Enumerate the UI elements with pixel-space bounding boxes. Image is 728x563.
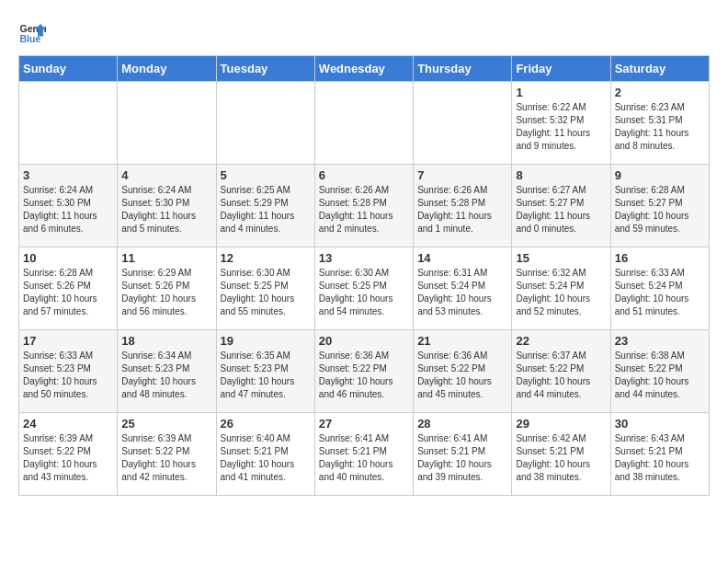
cell-details: Sunrise: 6:32 AM Sunset: 5:24 PM Dayligh… [516,267,606,318]
cell-details: Sunrise: 6:42 AM Sunset: 5:21 PM Dayligh… [516,432,606,484]
day-number: 22 [516,334,606,348]
cell-details: Sunrise: 6:28 AM Sunset: 5:27 PM Dayligh… [615,184,705,236]
calendar-cell: 15Sunrise: 6:32 AM Sunset: 5:24 PM Dayli… [512,247,610,330]
header-wednesday: Wednesday [314,56,413,82]
calendar-cell: 11Sunrise: 6:29 AM Sunset: 5:26 PM Dayli… [118,247,216,330]
day-number: 9 [615,168,705,182]
day-number: 8 [516,168,606,182]
calendar-cell: 13Sunrise: 6:30 AM Sunset: 5:25 PM Dayli… [314,247,413,330]
day-number: 14 [417,251,507,265]
logo: General Blue [18,18,46,46]
page-header: General Blue [18,18,710,46]
header-saturday: Saturday [610,56,709,82]
day-number: 21 [417,334,507,348]
cell-details: Sunrise: 6:39 AM Sunset: 5:22 PM Dayligh… [121,432,211,484]
header-thursday: Thursday [414,56,512,82]
calendar-week-row: 1Sunrise: 6:22 AM Sunset: 5:32 PM Daylig… [19,82,710,165]
day-number: 2 [615,86,705,99]
cell-details: Sunrise: 6:26 AM Sunset: 5:28 PM Dayligh… [319,184,409,236]
cell-details: Sunrise: 6:36 AM Sunset: 5:22 PM Dayligh… [319,350,409,401]
day-number: 4 [121,168,211,182]
cell-details: Sunrise: 6:28 AM Sunset: 5:26 PM Dayligh… [23,267,113,318]
calendar-cell: 10Sunrise: 6:28 AM Sunset: 5:26 PM Dayli… [19,247,118,330]
day-number: 28 [417,417,507,431]
cell-details: Sunrise: 6:25 AM Sunset: 5:29 PM Dayligh… [221,184,311,236]
cell-details: Sunrise: 6:23 AM Sunset: 5:31 PM Dayligh… [615,101,705,153]
calendar-cell [216,82,314,165]
cell-details: Sunrise: 6:35 AM Sunset: 5:23 PM Dayligh… [221,350,311,401]
calendar-cell: 7Sunrise: 6:26 AM Sunset: 5:28 PM Daylig… [414,165,512,247]
logo-icon: General Blue [18,18,46,46]
day-number: 25 [121,417,211,431]
svg-text:Blue: Blue [20,33,41,44]
calendar-cell: 23Sunrise: 6:38 AM Sunset: 5:22 PM Dayli… [610,330,709,413]
header-tuesday: Tuesday [216,56,314,82]
calendar-cell [414,82,512,165]
day-number: 16 [615,251,705,265]
cell-details: Sunrise: 6:40 AM Sunset: 5:21 PM Dayligh… [221,432,311,484]
header-friday: Friday [512,56,610,82]
calendar-cell [19,82,118,165]
calendar-cell: 12Sunrise: 6:30 AM Sunset: 5:25 PM Dayli… [216,247,314,330]
calendar-header-row: SundayMondayTuesdayWednesdayThursdayFrid… [19,56,710,82]
calendar-week-row: 17Sunrise: 6:33 AM Sunset: 5:23 PM Dayli… [19,330,710,413]
calendar-cell: 25Sunrise: 6:39 AM Sunset: 5:22 PM Dayli… [118,413,216,496]
calendar-week-row: 3Sunrise: 6:24 AM Sunset: 5:30 PM Daylig… [19,165,710,247]
cell-details: Sunrise: 6:38 AM Sunset: 5:22 PM Dayligh… [615,350,705,401]
cell-details: Sunrise: 6:30 AM Sunset: 5:25 PM Dayligh… [221,267,311,318]
cell-details: Sunrise: 6:34 AM Sunset: 5:23 PM Dayligh… [121,350,211,401]
calendar-week-row: 10Sunrise: 6:28 AM Sunset: 5:26 PM Dayli… [19,247,710,330]
day-number: 10 [23,251,113,265]
calendar-cell: 3Sunrise: 6:24 AM Sunset: 5:30 PM Daylig… [19,165,118,247]
calendar-table: SundayMondayTuesdayWednesdayThursdayFrid… [18,55,710,496]
day-number: 30 [615,417,705,431]
header-monday: Monday [118,56,216,82]
day-number: 13 [319,251,409,265]
cell-details: Sunrise: 6:24 AM Sunset: 5:30 PM Dayligh… [23,184,113,236]
day-number: 17 [23,334,113,348]
cell-details: Sunrise: 6:26 AM Sunset: 5:28 PM Dayligh… [417,184,507,236]
cell-details: Sunrise: 6:41 AM Sunset: 5:21 PM Dayligh… [319,432,409,484]
day-number: 7 [417,168,507,182]
calendar-cell: 28Sunrise: 6:41 AM Sunset: 5:21 PM Dayli… [414,413,512,496]
cell-details: Sunrise: 6:27 AM Sunset: 5:27 PM Dayligh… [516,184,606,236]
calendar-cell: 24Sunrise: 6:39 AM Sunset: 5:22 PM Dayli… [19,413,118,496]
calendar-cell [314,82,413,165]
header-sunday: Sunday [19,56,118,82]
day-number: 23 [615,334,705,348]
calendar-cell: 30Sunrise: 6:43 AM Sunset: 5:21 PM Dayli… [610,413,709,496]
calendar-cell: 16Sunrise: 6:33 AM Sunset: 5:24 PM Dayli… [610,247,709,330]
calendar-cell: 27Sunrise: 6:41 AM Sunset: 5:21 PM Dayli… [314,413,413,496]
calendar-cell: 20Sunrise: 6:36 AM Sunset: 5:22 PM Dayli… [314,330,413,413]
cell-details: Sunrise: 6:43 AM Sunset: 5:21 PM Dayligh… [615,432,705,484]
day-number: 6 [319,168,409,182]
calendar-cell: 22Sunrise: 6:37 AM Sunset: 5:22 PM Dayli… [512,330,610,413]
day-number: 3 [23,168,113,182]
day-number: 1 [516,86,606,99]
day-number: 20 [319,334,409,348]
cell-details: Sunrise: 6:24 AM Sunset: 5:30 PM Dayligh… [121,184,211,236]
cell-details: Sunrise: 6:29 AM Sunset: 5:26 PM Dayligh… [121,267,211,318]
day-number: 18 [121,334,211,348]
day-number: 12 [221,251,311,265]
cell-details: Sunrise: 6:37 AM Sunset: 5:22 PM Dayligh… [516,350,606,401]
calendar-cell: 18Sunrise: 6:34 AM Sunset: 5:23 PM Dayli… [118,330,216,413]
cell-details: Sunrise: 6:39 AM Sunset: 5:22 PM Dayligh… [23,432,113,484]
calendar-cell: 4Sunrise: 6:24 AM Sunset: 5:30 PM Daylig… [118,165,216,247]
cell-details: Sunrise: 6:41 AM Sunset: 5:21 PM Dayligh… [417,432,507,484]
cell-details: Sunrise: 6:31 AM Sunset: 5:24 PM Dayligh… [417,267,507,318]
cell-details: Sunrise: 6:36 AM Sunset: 5:22 PM Dayligh… [417,350,507,401]
day-number: 15 [516,251,606,265]
cell-details: Sunrise: 6:22 AM Sunset: 5:32 PM Dayligh… [516,101,606,153]
day-number: 19 [221,334,311,348]
day-number: 26 [221,417,311,431]
calendar-cell: 2Sunrise: 6:23 AM Sunset: 5:31 PM Daylig… [610,82,709,165]
calendar-cell: 17Sunrise: 6:33 AM Sunset: 5:23 PM Dayli… [19,330,118,413]
day-number: 27 [319,417,409,431]
cell-details: Sunrise: 6:30 AM Sunset: 5:25 PM Dayligh… [319,267,409,318]
calendar-week-row: 24Sunrise: 6:39 AM Sunset: 5:22 PM Dayli… [19,413,710,496]
calendar-cell: 29Sunrise: 6:42 AM Sunset: 5:21 PM Dayli… [512,413,610,496]
calendar-cell: 8Sunrise: 6:27 AM Sunset: 5:27 PM Daylig… [512,165,610,247]
day-number: 29 [516,417,606,431]
calendar-cell: 26Sunrise: 6:40 AM Sunset: 5:21 PM Dayli… [216,413,314,496]
